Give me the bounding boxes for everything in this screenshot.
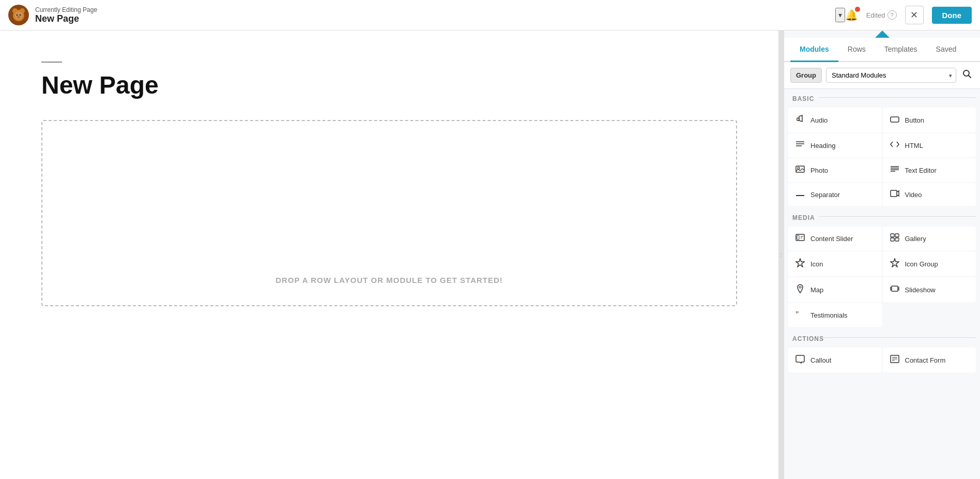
icon-group-label: Icon Group (905, 260, 938, 268)
html-label: HTML (905, 142, 923, 149)
svg-rect-27 (895, 234, 899, 237)
heading-label: Heading (810, 142, 835, 149)
module-button[interactable]: Button (883, 108, 976, 132)
svg-text:": " (795, 310, 799, 318)
panel-resize-handle[interactable]: ⋮ (778, 31, 784, 479)
html-icon (890, 141, 900, 150)
module-gallery[interactable]: Gallery (883, 227, 976, 250)
svg-rect-9 (797, 118, 799, 121)
section-basic-header: Basic (788, 89, 976, 106)
header-text-block: Currently Editing Page New Page (35, 6, 831, 24)
group-label: Group (790, 68, 822, 83)
module-html[interactable]: HTML (883, 133, 976, 157)
map-label: Map (810, 286, 823, 294)
map-icon (795, 284, 805, 295)
module-separator[interactable]: Separator (788, 183, 882, 206)
canvas-area[interactable]: New Page DROP A ROW LAYOUT OR MODULE TO … (0, 31, 778, 479)
content-slider-icon (795, 234, 805, 243)
photo-label: Photo (810, 167, 828, 174)
module-photo[interactable]: Photo (788, 158, 882, 182)
svg-rect-29 (895, 238, 899, 241)
page-dropdown-button[interactable]: ▾ (835, 8, 845, 22)
header: Currently Editing Page New Page ▾ 🔔 Edit… (0, 0, 980, 31)
currently-editing-label: Currently Editing Page (35, 6, 831, 13)
contact-form-icon (890, 355, 900, 365)
svg-marker-30 (796, 259, 804, 267)
module-testimonials[interactable]: " Testimonials (788, 303, 882, 327)
svg-rect-28 (891, 238, 894, 241)
module-video[interactable]: Video (883, 183, 976, 206)
callout-label: Callout (810, 356, 831, 364)
notification-bell[interactable]: 🔔 (845, 9, 858, 21)
modules-scroll[interactable]: Basic Audio (784, 89, 980, 479)
icon-group-icon (890, 258, 900, 270)
svg-rect-23 (797, 235, 799, 240)
section-media-header: Media (788, 208, 976, 224)
gallery-label: Gallery (905, 235, 926, 243)
module-map[interactable]: Map (788, 277, 882, 302)
svg-rect-21 (891, 190, 897, 197)
audio-icon (795, 114, 805, 126)
content-slider-label: Content Slider (810, 235, 853, 243)
slideshow-icon (890, 285, 900, 294)
module-heading[interactable]: Heading (788, 133, 882, 157)
tab-saved[interactable]: Saved (927, 38, 966, 62)
tab-rows[interactable]: Rows (838, 38, 875, 62)
svg-point-6 (17, 16, 20, 18)
panel-tabs: Modules Rows Templates Saved (784, 38, 980, 62)
svg-point-15 (798, 167, 800, 169)
svg-rect-26 (891, 234, 894, 237)
text-editor-icon (890, 165, 900, 175)
separator-label: Separator (810, 191, 840, 199)
done-button[interactable]: Done (932, 7, 972, 24)
group-select[interactable]: Standard Modules (826, 68, 956, 83)
module-callout[interactable]: Callout (788, 348, 882, 372)
svg-rect-33 (892, 286, 898, 291)
drop-zone-text: DROP A ROW LAYOUT OR MODULE TO GET START… (275, 276, 503, 285)
svg-point-4 (17, 14, 18, 16)
text-editor-label: Text Editor (905, 167, 937, 174)
module-icon-group[interactable]: Icon Group (883, 251, 976, 276)
svg-point-32 (799, 286, 801, 288)
module-text-editor[interactable]: Text Editor (883, 158, 976, 182)
notification-badge (855, 7, 860, 12)
page-title: New Page (41, 71, 737, 99)
svg-point-5 (20, 14, 21, 16)
drop-zone[interactable]: DROP A ROW LAYOUT OR MODULE TO GET START… (41, 120, 737, 306)
module-slideshow[interactable]: Slideshow (883, 277, 976, 302)
help-icon[interactable]: ? (887, 10, 897, 20)
close-button[interactable]: ✕ (905, 6, 924, 24)
main-layout: New Page DROP A ROW LAYOUT OR MODULE TO … (0, 31, 980, 479)
svg-rect-10 (891, 117, 899, 122)
group-select-wrapper: Standard Modules ▾ (826, 68, 956, 83)
svg-marker-31 (891, 259, 899, 267)
panel-toolbar: Group Standard Modules ▾ (784, 62, 980, 89)
page-separator (41, 62, 62, 63)
contact-form-label: Contact Form (905, 356, 946, 364)
video-icon (890, 190, 900, 199)
testimonials-icon: " (795, 310, 805, 320)
callout-icon (795, 354, 805, 366)
icon-label: Icon (810, 260, 823, 268)
video-label: Video (905, 191, 922, 199)
module-audio[interactable]: Audio (788, 108, 882, 132)
panel-pointer (875, 31, 890, 38)
site-logo[interactable] (8, 5, 29, 25)
button-icon (890, 115, 900, 125)
photo-icon (795, 165, 805, 175)
search-button[interactable] (960, 67, 974, 83)
tab-modules[interactable]: Modules (790, 38, 838, 62)
separator-icon (795, 190, 805, 199)
edited-status: Edited ? (866, 10, 897, 20)
actions-modules-grid: Callout Contact Form (788, 346, 976, 375)
section-actions-header: Actions (788, 329, 976, 346)
module-contact-form[interactable]: Contact Form (883, 348, 976, 372)
tab-templates[interactable]: Templates (875, 38, 927, 62)
module-icon[interactable]: Icon (788, 251, 882, 276)
testimonials-label: Testimonials (810, 311, 848, 319)
gallery-icon (890, 233, 900, 244)
slideshow-label: Slideshow (905, 286, 936, 294)
svg-point-3 (14, 11, 23, 20)
module-content-slider[interactable]: Content Slider (788, 227, 882, 250)
audio-label: Audio (810, 116, 828, 124)
